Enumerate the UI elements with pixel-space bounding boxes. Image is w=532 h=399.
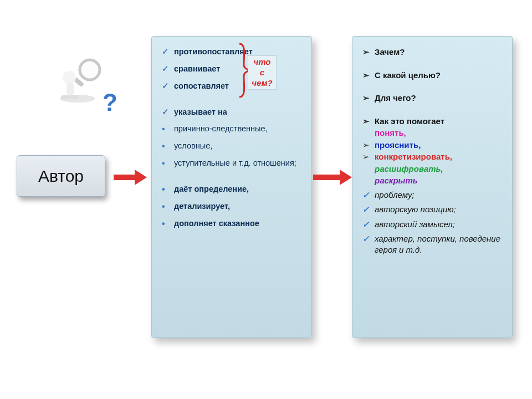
- q-for-what: Для чего?: [362, 93, 503, 104]
- svg-point-1: [80, 60, 100, 80]
- svg-point-5: [61, 95, 70, 99]
- object-author-intent: авторский замысел;: [362, 219, 503, 230]
- word-concretize: конкретизировать,: [362, 151, 503, 162]
- word-decipher: расшифровать,: [362, 163, 503, 175]
- action-indicates: указывает на: [162, 107, 303, 117]
- relation-causal: причинно-следственные,: [162, 124, 303, 134]
- relation-concessive: уступительные и т.д. отношения;: [162, 158, 303, 168]
- bracket-line2: с: [260, 68, 264, 77]
- author-actions-list: противопоставляет сравнивает сопоставляе…: [162, 47, 303, 228]
- q-what-aim: С какой целью?: [362, 70, 503, 81]
- action-complements: дополняет сказанное: [162, 218, 303, 229]
- purpose-list: Зачем? С какой целью? Для чего? Как это …: [362, 47, 503, 255]
- q-why: Зачем?: [362, 47, 503, 58]
- q-how-helps: Как это помогает: [362, 116, 503, 127]
- svg-point-3: [63, 71, 76, 84]
- author-label: Автор: [38, 167, 84, 186]
- object-character: характер, поступки, поведение героя и т.…: [362, 233, 503, 255]
- author-box: Автор: [17, 155, 105, 197]
- action-details: детализирует,: [162, 201, 303, 212]
- question-mark-icon: ?: [103, 89, 117, 116]
- word-understand: понять,: [362, 127, 503, 139]
- action-compares: сравнивает: [162, 64, 303, 74]
- thinker-figure: ?: [33, 44, 127, 122]
- bracket-line1: что: [253, 57, 270, 66]
- object-problem: проблему;: [362, 190, 503, 201]
- arrow-author-to-actions: [114, 172, 147, 183]
- author-actions-panel: противопоставляет сравнивает сопоставляе…: [151, 36, 312, 338]
- object-author-position: авторскую позицию;: [362, 204, 503, 215]
- svg-rect-4: [66, 83, 74, 95]
- bracket-line3: чем?: [252, 78, 272, 88]
- action-contrasts: противопоставляет: [162, 47, 303, 57]
- arrow-actions-to-purpose: [313, 172, 353, 183]
- purpose-panel: Зачем? С какой целью? Для чего? Как это …: [352, 36, 513, 338]
- bracket-what-with-what: что с чем?: [248, 55, 277, 90]
- relation-conditional: условные,: [162, 141, 303, 151]
- word-reveal: раскрыть: [362, 175, 503, 186]
- svg-point-6: [70, 95, 79, 99]
- action-defines: даёт определение,: [162, 184, 303, 195]
- word-clarify: прояснить,: [362, 140, 503, 151]
- action-juxtaposes: сопоставляет: [162, 81, 303, 91]
- magnifying-glass-icon: [55, 55, 105, 105]
